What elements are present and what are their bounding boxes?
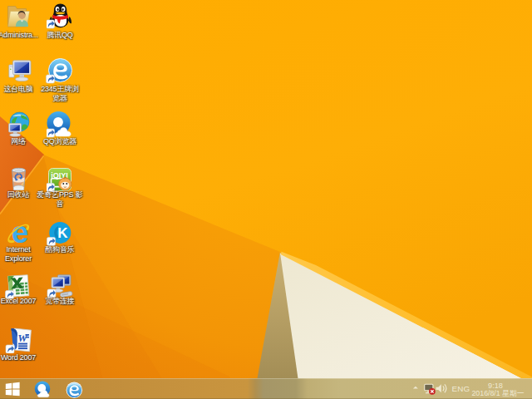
- svg-text:K: K: [57, 225, 68, 241]
- svg-text:9:18: 9:18: [488, 382, 503, 390]
- svg-text:e: e: [12, 220, 29, 247]
- svg-text:2016/8/1 星期一: 2016/8/1 星期一: [471, 389, 524, 397]
- svg-text:ENG: ENG: [452, 384, 470, 393]
